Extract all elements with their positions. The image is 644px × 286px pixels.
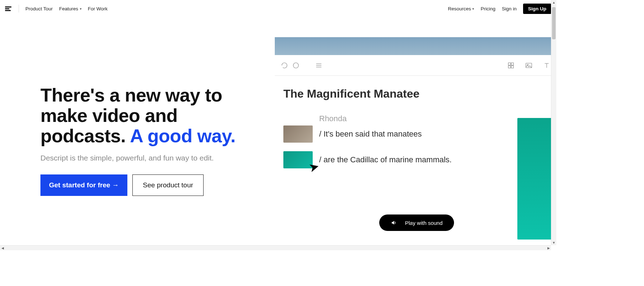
vertical-scrollbar[interactable]: ▲ ▼ xyxy=(551,0,556,245)
demo-doc-title: The Magnificent Manatee xyxy=(283,87,548,100)
transcript-line[interactable]: / It's been said that manatees xyxy=(283,125,548,143)
scroll-down-icon[interactable]: ▼ xyxy=(551,240,556,245)
svg-rect-4 xyxy=(508,63,511,65)
scroll-up-icon[interactable]: ▲ xyxy=(551,0,556,5)
horizontal-scrollbar[interactable]: ◀ ▶ xyxy=(0,245,551,250)
nav-features-label: Features xyxy=(59,6,78,11)
chevron-down-icon: ▾ xyxy=(80,7,82,11)
grid-icon[interactable] xyxy=(507,61,515,69)
play-with-sound-button[interactable]: Play with sound xyxy=(379,214,454,231)
play-sound-label: Play with sound xyxy=(405,220,443,226)
scroll-right-icon[interactable]: ▶ xyxy=(546,246,551,250)
transcript-text: / are the Cadillac of marine mammals. xyxy=(319,155,452,164)
image-icon[interactable] xyxy=(525,61,533,69)
nav-features[interactable]: Features ▾ xyxy=(59,6,81,11)
text-icon[interactable] xyxy=(543,61,551,69)
circle-icon[interactable] xyxy=(292,61,300,69)
transcript-line[interactable]: / are the Cadillac of marine mammals. xyxy=(283,151,548,168)
nav-pricing[interactable]: Pricing xyxy=(480,6,495,11)
nav-sign-in[interactable]: Sign in xyxy=(502,6,517,11)
scroll-thumb[interactable] xyxy=(552,7,556,39)
demo-toolbar xyxy=(275,55,556,76)
demo-side-image xyxy=(517,118,556,240)
divider xyxy=(19,5,19,13)
speaker-icon xyxy=(391,220,397,226)
clip-thumbnail[interactable] xyxy=(283,125,313,143)
svg-rect-6 xyxy=(508,65,511,68)
transcript-text: / It's been said that manatees xyxy=(319,129,422,139)
hero-headline: There's a new way to make video and podc… xyxy=(40,85,258,147)
brand-logo-icon[interactable] xyxy=(5,5,12,12)
chevron-down-icon: ▾ xyxy=(472,7,474,11)
get-started-button[interactable]: Get started for free → xyxy=(40,174,127,196)
svg-rect-5 xyxy=(511,63,513,65)
demo-video-frame xyxy=(275,37,556,55)
headline-accent: A good way. xyxy=(130,125,235,146)
nav-resources[interactable]: Resources ▾ xyxy=(448,6,474,11)
scroll-left-icon[interactable]: ◀ xyxy=(0,246,5,250)
menu-icon[interactable] xyxy=(315,61,323,69)
nav-product-tour[interactable]: Product Tour xyxy=(25,6,53,11)
hero-subhead: Descript is the simple, powerful, and fu… xyxy=(40,154,258,162)
demo-preview: The Magnificent Manatee Rhonda / It's be… xyxy=(275,37,556,236)
speaker-label: Rhonda xyxy=(319,114,548,123)
sign-up-button[interactable]: Sign Up xyxy=(523,4,551,14)
svg-rect-7 xyxy=(511,65,513,68)
nav-for-work[interactable]: For Work xyxy=(88,6,108,11)
svg-point-0 xyxy=(293,63,299,68)
top-navbar: Product Tour Features ▾ For Work Resourc… xyxy=(0,0,556,17)
nav-resources-label: Resources xyxy=(448,6,471,11)
product-tour-button[interactable]: See product tour xyxy=(132,174,203,196)
undo-icon[interactable] xyxy=(280,61,288,69)
